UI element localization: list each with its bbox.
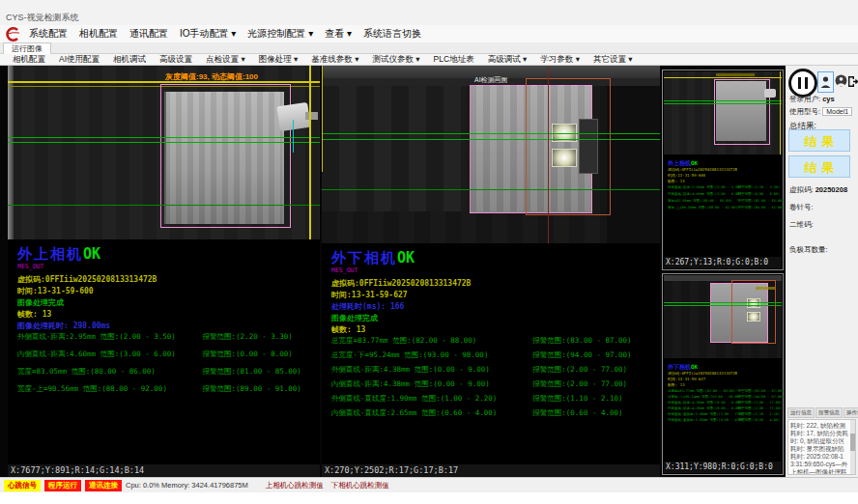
toolbar-item[interactable]: 测试仪参数 ▾: [365, 54, 426, 66]
log-tabs: 运行信息报警信息操作信息: [787, 407, 858, 418]
mini-connector: [764, 89, 776, 98]
measurement-value: 总宽度-下=95.24mm 范围:(93.00 - 98.00): [331, 350, 488, 360]
mini-text-smear: [756, 287, 775, 290]
mini-green-1: [664, 100, 782, 101]
menu-items: 系统配置相机配置通讯配置IO手动配置 ▾光源控制配置 ▾查看 ▾系统语言切换: [23, 25, 427, 42]
toolbar-item[interactable]: 学习参数 ▾: [533, 54, 586, 66]
connector-cable: [305, 112, 318, 120]
preview-panel-lower[interactable]: 外下相机OK 虚拟码:0FFIiiw2025020813313472B 时间:1…: [662, 273, 784, 475]
time-line: 时间:13-31-59-600: [17, 286, 94, 296]
operator-button[interactable]: [834, 71, 848, 91]
process-done-line: 图像处理完成: [17, 297, 64, 308]
mini-barcode: 虚拟码:0FFIiiw2025020813313472B: [668, 167, 737, 172]
preview-panel-upper[interactable]: 外上相机OK 虚拟码:0FFIiiw2025020813313472B 时间:1…: [662, 70, 784, 270]
coord-readout-lower: X:270;Y:2502;R:17;G:17;B:17: [322, 464, 660, 477]
measurement-row: 宽度=83.05mm 范围:(80.00 - 86.00) 报警范围:(81.0…: [17, 367, 316, 384]
log-scrollbar[interactable]: [850, 420, 855, 474]
login-user-row: 登录用户: cys: [789, 95, 835, 104]
measurement-row: 外侧直线-距离:2.95mm 范围:(2.00 - 3.50) 报警范围:(2.…: [17, 332, 316, 350]
mini-bright-1: [747, 298, 760, 308]
menu-item[interactable]: 通讯配置: [124, 25, 174, 42]
measure-line-green-3: [322, 189, 660, 190]
edge-line-yellow-v: [309, 66, 311, 239]
result-text-upper: 外上相机OK MES_OUT 虚拟码:0FFIiiw20250208133134…: [17, 239, 320, 464]
exit-icon: [847, 75, 858, 88]
camera-panel-upper: 灰度阈值:93, 动态阈值:100 外上相机OK MES_OUT 虚拟码:0FF…: [8, 66, 320, 477]
measurement-row: 宽度-上=90.56mm 范围:(88.00 - 92.00) 报警范围:(89…: [17, 384, 316, 402]
measurement-alarm: 报警范围:(94.00 - 97.00): [532, 350, 631, 360]
preview-image-lower: [664, 275, 782, 358]
light-column: [8, 66, 14, 239]
log-text: 耗时: 222, 缺陷检测耗时: 17, 缺陷分类耗时: 0, 缺陷提取分区耗时…: [790, 422, 848, 475]
mini-measurements: 总宽度=83.77mm 范围:(82.00 - 88.00) 报警范围:(83.…: [668, 389, 781, 424]
camera-image-lower[interactable]: AI检测画面: [322, 66, 660, 243]
dark-slot: [579, 119, 598, 174]
menu-item[interactable]: 相机配置: [73, 25, 124, 42]
measure-line-green-3: [8, 205, 320, 206]
barcode-line: 虚拟码:0FFIiiw2025020813313472B: [331, 278, 471, 289]
toolbar-item[interactable]: PLC地址表: [427, 54, 481, 66]
menu-item[interactable]: IO手动配置 ▾: [174, 25, 242, 42]
cyan-marker-line: [293, 120, 294, 153]
mini-time: 时间:13-31-59-600: [668, 173, 705, 178]
log-tab[interactable]: 报警信息: [815, 407, 843, 418]
mini-measurement-row: 外侧直线-距离:2.95mm 范围:(2.00 - 3.50) 报警范围:(2.…: [668, 185, 781, 192]
toolbar-item[interactable]: 点检设置 ▾: [199, 54, 252, 66]
measurement-row: 内侧直线-直线度:2.65mm 范围:(0.60 - 4.00) 报警范围:(0…: [331, 408, 656, 423]
user-login-button[interactable]: [817, 71, 834, 93]
menu-item[interactable]: 光源控制配置 ▾: [242, 25, 319, 42]
measurement-row: 内侧直线-距离:4.38mm 范围:(0.00 - 9.00) 报警范围:(2.…: [331, 379, 656, 394]
app-logo-icon: [4, 27, 21, 42]
toolbar-item[interactable]: 高级设置: [153, 54, 199, 66]
measurement-list-lower: 总宽度=83.77mm 范围:(82.00 - 88.00) 报警范围:(83.…: [331, 336, 656, 423]
dark-right: [607, 86, 660, 243]
log-tab[interactable]: 运行信息: [787, 407, 815, 418]
tab-run-image[interactable]: 运行图像: [3, 42, 51, 54]
preview-coord-lower: X:311;Y:980;R:0;G:0;B:0: [664, 462, 782, 473]
operator-icon: [835, 74, 847, 88]
measurement-alarm: 报警范围:(81.00 - 85.00): [203, 367, 301, 377]
mes-status: MES_OUT: [331, 266, 358, 274]
reel-number-row: 卷针号:: [789, 203, 814, 212]
pause-button[interactable]: [788, 69, 817, 98]
mini-yellow-line: [664, 77, 782, 78]
edge-line-yellow-v: [322, 66, 323, 172]
toolbar-item[interactable]: 高级调试 ▾: [481, 54, 534, 66]
menu-item[interactable]: 查看 ▾: [319, 25, 358, 42]
model-value[interactable]: Model1: [822, 107, 852, 116]
measurement-alarm: 报警范围:(2.00 - 77.00): [532, 379, 627, 389]
measurement-alarm: 报警范围:(2.00 - 77.00): [532, 365, 627, 375]
coord-readout-upper: X:7677;Y:891;R:14;G:14;B:14: [8, 464, 320, 477]
measurement-value: 内侧直线-直线度:2.65mm 范围:(0.60 - 4.00): [331, 408, 497, 418]
upper-camera-heartbeat: 上相机心跳检测值: [266, 481, 324, 490]
log-scroll-thumb[interactable]: [850, 434, 855, 451]
login-user-value: cys: [822, 95, 835, 103]
toolbar-item[interactable]: AI使用配置: [52, 54, 106, 66]
toolbar-item[interactable]: 相机调试: [106, 54, 153, 66]
machinery-left: [322, 86, 467, 211]
mini-time: 时间:13-31-59-627: [668, 377, 705, 381]
mes-status: MES_OUT: [17, 263, 43, 270]
virtual-code-value: 20250208: [815, 185, 847, 194]
exit-button[interactable]: [847, 71, 858, 91]
toolbar-item[interactable]: 基准线参数 ▾: [304, 54, 365, 66]
measurement-row: 外侧直线-距离:4.38mm 范围:(0.00 - 9.00) 报警范围:(2.…: [331, 365, 656, 379]
measurement-row: 总宽度-下=95.24mm 范围:(93.00 - 98.00) 报警范围:(9…: [331, 350, 656, 365]
result-box-1: 结果: [788, 129, 850, 152]
qr-code-row: 二维码:: [789, 220, 814, 230]
measurement-row: 外侧直线-直线度:1.90mm 范围:(1.00 - 2.20) 报警范围:(1…: [331, 394, 656, 408]
toolbar-item[interactable]: 图像处理 ▾: [252, 54, 305, 66]
toolbar-item[interactable]: 相机配置: [6, 54, 52, 66]
measurement-alarm: 报警范围:(1.10 - 2.10): [532, 394, 622, 404]
menu-item[interactable]: 系统配置: [23, 25, 73, 42]
toolbar-item[interactable]: 其它设置 ▾: [586, 54, 640, 66]
mini-measurement-row: 内侧直线-直线度:2.65mm 范围:(0.60 - 4.00) 报警范围:(0…: [668, 418, 781, 424]
result-text-lower: 外下相机OK MES_OUT 虚拟码:0FFIiiw20250208133134…: [331, 243, 660, 464]
mini-bright-2: [747, 312, 760, 322]
log-tab[interactable]: 操作信息: [844, 407, 858, 418]
camera-image-upper[interactable]: 灰度阈值:93, 动态阈值:100: [8, 66, 320, 239]
cpu-memory-text: Cpu: 0.0% Memory: 3424.41796875M: [126, 481, 248, 490]
menu-item[interactable]: 系统语言切换: [358, 25, 427, 42]
model-row: 使用型号: Model1: [789, 107, 852, 117]
menu-bar: 系统配置相机配置通讯配置IO手动配置 ▾光源控制配置 ▾查看 ▾系统语言切换: [0, 25, 858, 42]
